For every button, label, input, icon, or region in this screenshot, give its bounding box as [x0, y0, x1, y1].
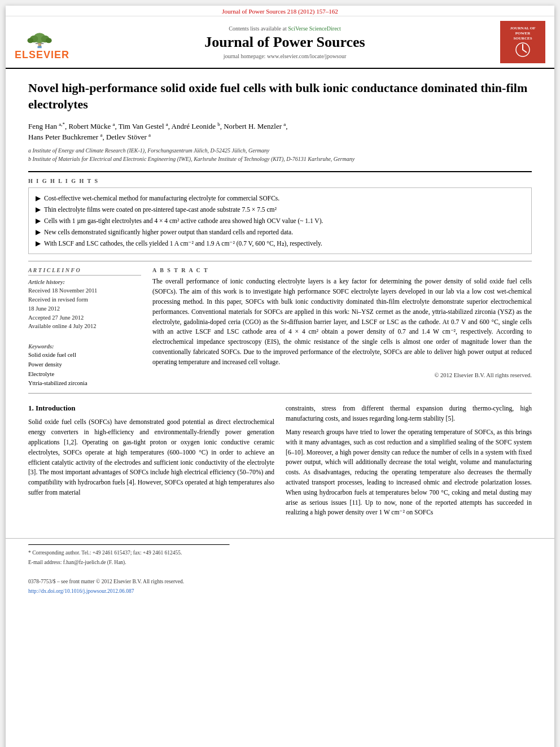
authors-text: Feng Han a,*, Robert Mücke a, Tim Van Ge…: [28, 122, 288, 130]
article-info-column: A R T I C L E I N F O Article history: R…: [28, 267, 141, 388]
elsevier-tree-icon: [15, 24, 65, 49]
main-content: Novel high-performance solid oxide fuel …: [6, 69, 554, 532]
article-info-label: A R T I C L E I N F O: [28, 267, 141, 276]
journal-thumb-text: JOURNAL OFPOWERSOURCES: [510, 26, 536, 41]
highlight-text-5: With LSCF and LSC cathodes, the cells yi…: [44, 239, 322, 248]
revised-date-text: 18 June 2012: [28, 304, 141, 313]
highlight-item-2: ▶ Thin electrolyte films were coated on …: [36, 204, 524, 215]
sciverse-link[interactable]: SciVerse ScienceDirect: [288, 25, 341, 32]
arrow-icon-4: ▶: [36, 228, 41, 237]
intro-left-text: Solid oxide fuel cells (SOFCs) have demo…: [28, 417, 274, 498]
intro-title-text: Introduction: [36, 404, 76, 412]
available-text: Available online 4 July 2012: [28, 322, 141, 331]
history-label: Article history:: [28, 279, 141, 285]
highlights-label: H I G H L I G H T S: [28, 178, 532, 184]
abstract-label: A B S T R A C T: [152, 267, 532, 273]
highlight-item-1: ▶ Cost-effective wet-chemical method for…: [36, 193, 524, 204]
authors-line: Feng Han a,*, Robert Mücke a, Tim Van Ge…: [28, 120, 532, 143]
footnote-separator: [28, 544, 230, 545]
page: Journal of Power Sources 218 (2012) 157–…: [6, 6, 554, 747]
highlight-text-3: Cells with 1 µm gas-tight electrolytes a…: [44, 216, 323, 225]
divider-2: [28, 393, 532, 394]
journal-name: Journal of Power Sources: [75, 34, 495, 51]
arrow-icon-3: ▶: [36, 216, 41, 225]
introduction-section: 1. Introduction Solid oxide fuel cells (…: [28, 404, 532, 521]
received-text: Received 18 November 2011: [28, 286, 141, 295]
email-note: E-mail address: f.han@fz-juelich.de (F. …: [28, 558, 532, 566]
affiliation-a: a Institute of Energy and Climate Resear…: [28, 146, 532, 155]
highlight-text-1: Cost-effective wet-chemical method for m…: [44, 194, 279, 203]
two-column-section: A R T I C L E I N F O Article history: R…: [28, 267, 532, 388]
abstract-column: A B S T R A C T The overall performance …: [152, 267, 532, 388]
highlights-box: ▶ Cost-effective wet-chemical method for…: [28, 187, 532, 254]
intro-para-right-1: constraints, stress from different therm…: [286, 404, 532, 424]
svg-rect-8: [38, 46, 42, 48]
article-title: Novel high-performance solid oxide fuel …: [28, 80, 532, 112]
journal-header: ELSEVIER Contents lists available at Sci…: [6, 16, 554, 69]
keyword-4: Yttria-stabilized zirconia: [28, 379, 141, 388]
keywords-label: Keywords:: [28, 343, 141, 350]
doi-line: http://dx.doi.org/10.1016/j.jpowsour.201…: [28, 587, 532, 595]
arrow-icon-1: ▶: [36, 194, 41, 203]
highlight-text-2: Thin electrolyte films were coated on pr…: [44, 205, 277, 214]
keyword-3: Electrolyte: [28, 370, 141, 379]
highlight-item-3: ▶ Cells with 1 µm gas-tight electrolytes…: [36, 215, 524, 226]
keywords-list: Solid oxide fuel cell Power density Elec…: [28, 351, 141, 388]
keyword-2: Power density: [28, 360, 141, 370]
journal-center: Contents lists available at SciVerse Sci…: [75, 25, 495, 59]
contents-available-text: Contents lists available at: [229, 25, 288, 32]
arrow-icon-5: ▶: [36, 239, 41, 248]
svg-point-5: [46, 38, 52, 43]
intro-right: constraints, stress from different therm…: [286, 404, 532, 521]
authors-text-2: Hans Peter Buchkremer a, Detlev Stöver a: [28, 133, 151, 141]
affiliations: a Institute of Energy and Climate Resear…: [28, 146, 532, 163]
intro-para-right-2: Many research groups have tried to lower…: [286, 427, 532, 518]
intro-para-1: Solid oxide fuel cells (SOFCs) have demo…: [28, 417, 274, 498]
svg-point-7: [38, 43, 41, 46]
arrow-icon-2: ▶: [36, 205, 41, 214]
accepted-text: Accepted 27 June 2012: [28, 313, 141, 322]
intro-num: 1.: [28, 404, 34, 412]
highlight-text-4: New cells demonstrated significantly hig…: [44, 228, 293, 237]
revised-label-text: Received in revised form: [28, 295, 141, 304]
highlight-item-5: ▶ With LSCF and LSC cathodes, the cells …: [36, 238, 524, 249]
svg-point-4: [28, 38, 34, 43]
intro-title: 1. Introduction: [28, 404, 274, 413]
elsevier-logo: ELSEVIER: [15, 24, 69, 61]
power-sources-logo-icon: [509, 41, 537, 58]
elsevier-wordmark: ELSEVIER: [15, 49, 69, 61]
journal-ref-text: Journal of Power Sources 218 (2012) 157–…: [222, 8, 338, 15]
copyright-line: © 2012 Elsevier B.V. All rights reserved…: [152, 372, 532, 378]
abstract-text: The overall performance of ionic conduct…: [152, 277, 532, 367]
journal-thumbnail: JOURNAL OFPOWERSOURCES: [500, 21, 545, 63]
highlight-item-4: ▶ New cells demonstrated significantly h…: [36, 226, 524, 238]
sciverse-line: Contents lists available at SciVerse Sci…: [75, 25, 495, 32]
keyword-1: Solid oxide fuel cell: [28, 351, 141, 360]
journal-homepage: journal homepage: www.elsevier.com/locat…: [75, 53, 495, 59]
divider-1: [28, 261, 532, 261]
corresponding-note: * Corresponding author. Tel.: +49 2461 6…: [28, 549, 532, 557]
intro-left: 1. Introduction Solid oxide fuel cells (…: [28, 404, 274, 521]
page-footer: * Corresponding author. Tel.: +49 2461 6…: [6, 538, 554, 602]
divider-thick: [28, 171, 532, 172]
issn-line: 0378-7753/$ – see front matter © 2012 El…: [28, 578, 532, 586]
affiliation-b: b Institute of Materials for Electrical …: [28, 155, 532, 163]
journal-ref-bar: Journal of Power Sources 218 (2012) 157–…: [6, 6, 554, 16]
intro-right-text: constraints, stress from different therm…: [286, 404, 532, 518]
doi-link[interactable]: http://dx.doi.org/10.1016/j.jpowsour.201…: [28, 588, 134, 594]
